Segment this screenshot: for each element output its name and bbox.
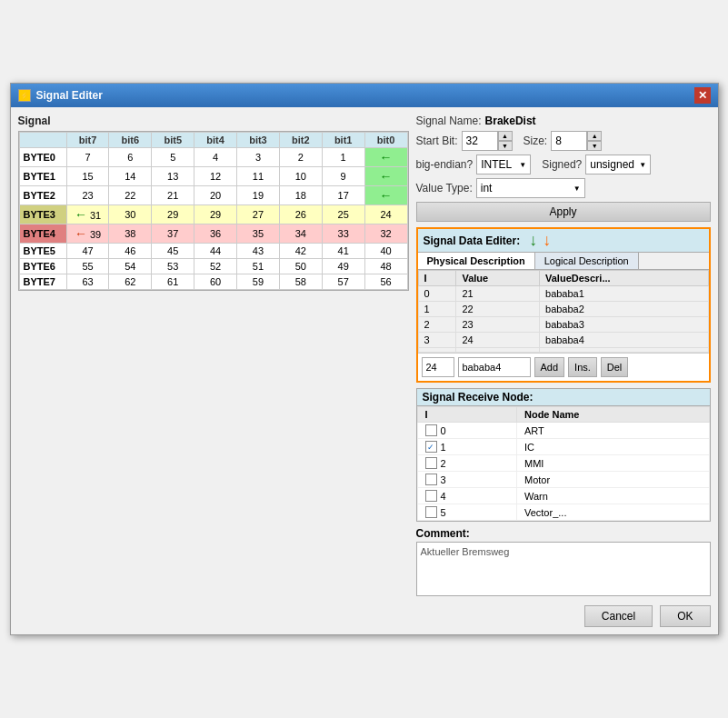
cell: 23 (66, 186, 109, 205)
red-arrow-icon: ← (75, 226, 87, 241)
byte4-label: BYTE4 (19, 224, 66, 244)
cell: 42 (279, 244, 322, 259)
signal-data-label: Signal Data Editer: (424, 234, 521, 247)
cell: 57 (322, 274, 364, 290)
start-bit-down[interactable]: ▼ (498, 141, 513, 151)
data-table-header-row: I Value ValueDescri... (418, 271, 708, 286)
cell: 43 (237, 244, 280, 259)
grid-header-row: bit7 bit6 bit5 bit4 bit3 bit2 bit1 bit0 (19, 133, 407, 148)
cell: 41 (322, 244, 364, 259)
cell: 11 (237, 167, 280, 186)
node-i: 4 (417, 488, 516, 504)
node-name: MMI (516, 455, 709, 472)
checkbox-1[interactable]: ✓ (425, 441, 437, 453)
checkbox-0[interactable] (425, 424, 437, 436)
node-name: ART (516, 423, 709, 439)
start-bit-spin[interactable]: ▲ ▼ (462, 131, 513, 151)
start-bit-input[interactable] (462, 131, 498, 151)
size-down[interactable]: ▼ (587, 141, 602, 151)
node-i: 2 (417, 455, 516, 472)
col-bit0: bit0 (364, 133, 407, 148)
window-icon: ⚡ (18, 89, 31, 102)
start-bit-label: Start Bit: (416, 135, 458, 147)
cell: 5 (152, 148, 194, 167)
cell-i: 1 (418, 302, 456, 317)
cell: 36 (194, 224, 237, 244)
ok-button[interactable]: OK (660, 605, 710, 627)
cell-value: 24 (456, 333, 540, 348)
cell-arrow: ← (364, 148, 407, 167)
receive-col-i: I (417, 407, 516, 423)
cell: 46 (109, 244, 152, 259)
table-row: 5 Vector_... (417, 504, 709, 521)
cell: 45 (152, 244, 194, 259)
checkbox-5[interactable] (425, 506, 437, 518)
data-entry-row: Add Ins. Del (418, 353, 709, 381)
receive-col-name: Node Name (516, 407, 709, 423)
cell: 40 (364, 244, 407, 259)
checkbox-2[interactable] (425, 457, 437, 469)
cell: 6 (109, 148, 152, 167)
cell-empty (456, 348, 540, 353)
value-type-dropdown[interactable]: int ▼ (476, 178, 585, 198)
cell: 63 (66, 274, 109, 290)
tab-logical[interactable]: Logical Description (535, 253, 639, 269)
close-button[interactable]: ✕ (694, 87, 711, 104)
cell: 56 (364, 274, 407, 290)
start-bit-up[interactable]: ▲ (498, 131, 513, 141)
cell: 15 (66, 167, 109, 186)
big-endian-dropdown-arrow: ▼ (519, 161, 526, 169)
del-button[interactable]: Del (601, 357, 629, 377)
tab-physical[interactable]: Physical Description (418, 253, 535, 269)
cell: 30 (109, 205, 152, 224)
cell-empty (540, 348, 708, 353)
checkbox-3[interactable] (425, 474, 437, 485)
cancel-button[interactable]: Cancel (584, 605, 653, 627)
table-row: 3 Motor (417, 472, 709, 488)
arrow-icon: ← (380, 169, 393, 184)
size-input[interactable] (551, 131, 587, 151)
cell: 34 (279, 224, 322, 244)
table-row: 1 22 bababa2 (418, 302, 708, 317)
size-spin[interactable]: ▲ ▼ (551, 131, 602, 151)
signal-data-header: Signal Data Editer: ↓ ↓ (418, 229, 709, 253)
cell: 62 (109, 274, 152, 290)
table-row: BYTE1 15 14 13 12 11 10 9 ← (19, 167, 407, 186)
data-table: I Value ValueDescri... 0 21 bababa1 1 (418, 270, 709, 353)
signed-dropdown[interactable]: unsigned ▼ (585, 155, 651, 175)
cell: ← 39 (66, 224, 109, 244)
main-window: ⚡ Signal Editer ✕ Signal bit7 bit6 bit5 … (10, 83, 719, 635)
size-up[interactable]: ▲ (587, 131, 602, 141)
comment-box[interactable]: Aktueller Bremsweg (416, 542, 711, 596)
node-i: 0 (417, 423, 516, 439)
col-bit1: bit1 (322, 133, 364, 148)
add-button[interactable]: Add (534, 357, 565, 377)
grid-corner (19, 133, 66, 148)
cell: 59 (237, 274, 280, 290)
signal-name-row: Signal Name: BrakeDist (416, 115, 711, 127)
cell: 4 (194, 148, 237, 167)
cell: 9 (322, 167, 364, 186)
cell: 54 (109, 259, 152, 274)
bottom-buttons: Cancel OK (416, 602, 711, 627)
cell: 60 (194, 274, 237, 290)
apply-button[interactable]: Apply (416, 202, 711, 222)
cell-value: 22 (456, 302, 540, 317)
receive-header-row: I Node Name (417, 407, 709, 423)
ins-button[interactable]: Ins. (568, 357, 597, 377)
big-endian-dropdown[interactable]: INTEL ▼ (476, 155, 531, 175)
checkbox-4[interactable] (425, 490, 437, 502)
cell-desc: bababa1 (540, 286, 708, 302)
signal-section-label: Signal (18, 115, 409, 127)
entry-i-field[interactable] (422, 357, 454, 377)
entry-value-field[interactable] (458, 357, 531, 377)
signal-name-value: BrakeDist (485, 115, 536, 127)
table-row (418, 348, 708, 353)
node-i: ✓1 (417, 439, 516, 455)
col-desc: ValueDescri... (540, 271, 708, 286)
receive-section: Signal Receive Node: I Node Name 0 ART (416, 388, 711, 522)
receive-table: I Node Name 0 ART ✓1 IC (417, 406, 710, 521)
cell: 25 (322, 205, 364, 224)
grid-table: bit7 bit6 bit5 bit4 bit3 bit2 bit1 bit0 (19, 132, 408, 290)
col-bit2: bit2 (279, 133, 322, 148)
